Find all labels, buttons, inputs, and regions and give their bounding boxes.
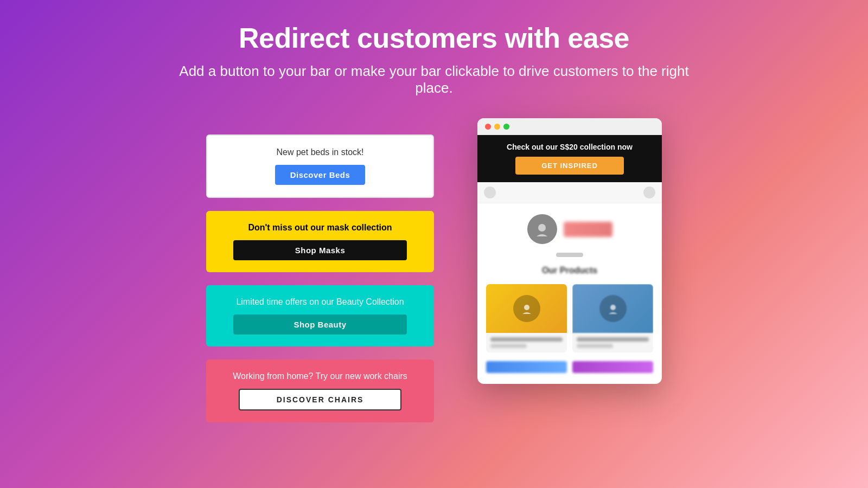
product-footer-btn-1 — [486, 361, 567, 373]
product-card-1 — [486, 284, 567, 352]
browser-mockup: Check out our S$20 collection now GET IN… — [477, 118, 662, 384]
products-title: Our Products — [542, 266, 597, 275]
product-card-2 — [572, 284, 653, 352]
browser-dot-maximize — [503, 124, 509, 130]
product-image-1 — [486, 284, 567, 333]
product-footer-btn-2 — [572, 361, 653, 373]
product-price-blur-1 — [490, 344, 527, 348]
toolbar-icon-left — [484, 187, 496, 198]
notification-text: Check out our S$20 collection now — [507, 143, 633, 151]
browser-dot-minimize — [494, 124, 500, 130]
browser-content: Our Products — [477, 203, 662, 384]
bar-pink: Working from home? Try our new work chai… — [206, 359, 434, 422]
product-name-blur-1 — [490, 337, 563, 342]
get-inspired-button[interactable]: GET INSPIRED — [515, 157, 624, 175]
main-content: New pet beds in stock! Discover Beds Don… — [54, 124, 814, 422]
browser-toolbar — [477, 182, 662, 203]
notification-bar: Check out our S$20 collection now GET IN… — [477, 135, 662, 182]
svg-point-0 — [538, 224, 546, 232]
product-info-2 — [572, 333, 653, 352]
products-grid — [486, 284, 653, 352]
discover-chairs-button[interactable]: DISCOVER CHAIRS — [239, 389, 401, 410]
browser-chrome — [477, 118, 662, 135]
svg-point-2 — [610, 305, 616, 310]
bar-yellow: Don't miss out our mask collection Shop … — [206, 211, 434, 272]
product-info-1 — [486, 333, 567, 352]
bar-yellow-text: Don't miss out our mask collection — [248, 223, 392, 233]
page-title: Redirect customers with ease — [239, 22, 629, 54]
product-image-2 — [572, 284, 653, 333]
product-price-blur-2 — [577, 344, 613, 348]
bar-pink-text: Working from home? Try our new work chai… — [233, 371, 407, 381]
product-icon-2 — [599, 295, 627, 322]
bar-teal-text: Limited time offers on our Beauty Collec… — [236, 297, 404, 307]
store-logo-area — [527, 214, 612, 244]
page-subtitle: Add a button to your bar or make your ba… — [163, 63, 705, 97]
bar-white-text: New pet beds in stock! — [277, 147, 364, 157]
discover-beds-button[interactable]: Discover Beds — [275, 165, 366, 185]
store-name-blur — [564, 222, 612, 237]
svg-point-1 — [524, 305, 529, 310]
store-menu-line — [556, 253, 583, 257]
product-name-blur-2 — [577, 337, 649, 342]
bar-teal: Limited time offers on our Beauty Collec… — [206, 285, 434, 346]
product-icon-1 — [513, 295, 540, 322]
bar-white: New pet beds in stock! Discover Beds — [206, 134, 434, 198]
toolbar-icon-right — [643, 187, 655, 198]
browser-dot-close — [485, 124, 491, 130]
product-footer-row — [486, 361, 653, 373]
shop-beauty-button[interactable]: Shop Beauty — [233, 314, 407, 335]
bars-column: New pet beds in stock! Discover Beds Don… — [206, 134, 434, 422]
store-logo-circle — [527, 214, 557, 244]
shop-masks-button[interactable]: Shop Masks — [233, 240, 407, 260]
